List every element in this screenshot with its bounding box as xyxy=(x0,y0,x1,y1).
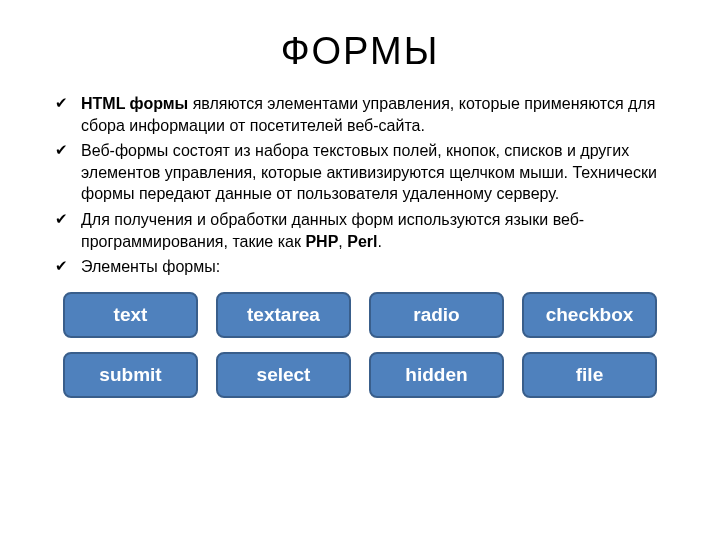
bullet-bold: HTML формы xyxy=(81,95,188,112)
bullet-text: , xyxy=(338,233,347,250)
element-select: select xyxy=(216,352,351,398)
element-hidden: hidden xyxy=(369,352,504,398)
element-submit: submit xyxy=(63,352,198,398)
bullet-list: HTML формы являются элементами управлени… xyxy=(45,93,675,278)
bullet-item: Веб-формы состоят из набора текстовых по… xyxy=(55,140,675,205)
bullet-item: Элементы формы: xyxy=(55,256,675,278)
element-checkbox: checkbox xyxy=(522,292,657,338)
bullet-bold: PHP xyxy=(305,233,338,250)
bullet-item: Для получения и обработки данных форм ис… xyxy=(55,209,675,252)
bullet-item: HTML формы являются элементами управлени… xyxy=(55,93,675,136)
bullet-bold: Perl xyxy=(347,233,377,250)
element-file: file xyxy=(522,352,657,398)
bullet-text: Веб-формы состоят из набора текстовых по… xyxy=(81,142,657,202)
bullet-text: . xyxy=(377,233,381,250)
element-radio: radio xyxy=(369,292,504,338)
element-textarea: textarea xyxy=(216,292,351,338)
element-text: text xyxy=(63,292,198,338)
elements-grid: text textarea radio checkbox submit sele… xyxy=(45,292,675,398)
bullet-text: Элементы формы: xyxy=(81,258,220,275)
page-title: ФОРМЫ xyxy=(45,30,675,73)
